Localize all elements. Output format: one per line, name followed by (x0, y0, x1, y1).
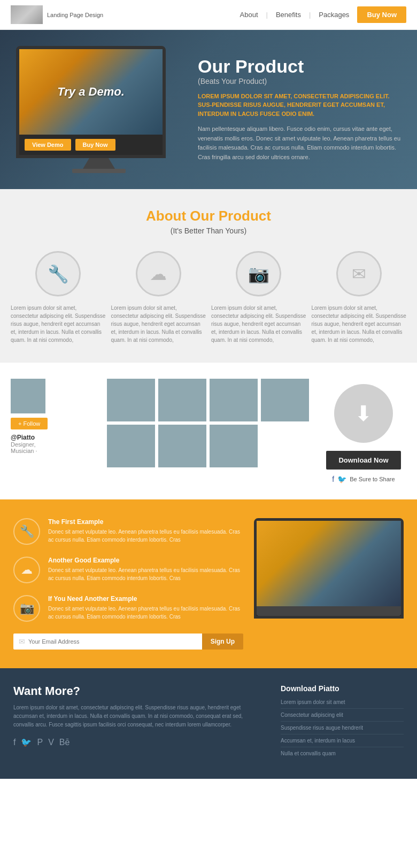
footer-link-4[interactable]: Nulla et convallis quam (281, 750, 404, 760)
footer-pinterest-icon[interactable]: P (37, 738, 43, 747)
benefit-icon-circle-1: ☁ (13, 557, 40, 583)
footer-right: Download Piatto Lorem ipsum dolor sit am… (281, 684, 404, 763)
feature-item-1: ☁ Lorem ipsum dolor sit amet, consectetu… (111, 251, 206, 344)
follow-button[interactable]: + Follow (11, 418, 48, 429)
footer-right-title: Download Piatto (281, 684, 404, 693)
wrench-icon: 🔧 (48, 264, 69, 284)
nav-sep-1: | (266, 11, 268, 19)
share-row: f 🐦 Be Sure to Share (332, 475, 395, 483)
gallery-thumb-4 (261, 379, 309, 421)
benefits-list: 🔧 The First Example Donec sit amet vulpu… (13, 518, 243, 650)
nav-packages[interactable]: Packages (313, 11, 354, 19)
header: Landing Page Design About | Benefits | P… (0, 0, 417, 30)
footer-facebook-icon[interactable]: f (13, 738, 16, 747)
benefit-content-0: The First Example Donec sit amet vulputa… (48, 518, 243, 544)
features-grid: 🔧 Lorem ipsum dolor sit amet, consectetu… (11, 251, 406, 344)
footer-link-3[interactable]: Accumsan et, interdum in lacus (281, 738, 404, 747)
footer-link-0[interactable]: Lorem ipsum dolor sit amet (281, 699, 404, 709)
share-text: Be Sure to Share (350, 476, 395, 482)
footer-body: Lorem ipsum dolor sit amet, consectetur … (13, 703, 265, 729)
footer-social-icons: f 🐦 P V Bē (13, 737, 265, 747)
about-subtitle: (It's Better Than Yours) (11, 226, 406, 235)
feature-text-0: Lorem ipsum dolor sit amet, consectetur … (11, 304, 106, 344)
gallery-thumb-1 (107, 379, 155, 421)
feature-item-2: 📷 Lorem ipsum dolor sit amet, consectetu… (211, 251, 306, 344)
logo-text: Landing Page Design (47, 12, 103, 18)
feature-item-3: ✉ Lorem ipsum dolor sit amet, consectetu… (312, 251, 407, 344)
hero-body: Nam pellentesque aliquam libero. Fusce o… (198, 124, 401, 162)
gallery-thumb-5 (107, 425, 155, 467)
footer-vimeo-icon[interactable]: V (48, 738, 54, 747)
feature-icon-circle-1: ☁ (136, 251, 181, 296)
gallery-download-area: ⬇ Download Now f 🐦 Be Sure to Share (321, 379, 406, 483)
cloud-download-circle: ⬇ (334, 384, 393, 443)
signup-button[interactable]: Sign Up (202, 634, 243, 650)
facebook-icon: f (332, 475, 334, 483)
main-nav: About | Benefits | Packages Buy Now (235, 6, 406, 23)
footer-twitter-icon[interactable]: 🐦 (21, 737, 32, 747)
monitor: Try a Demo. View Demo Buy Now (16, 46, 166, 158)
email-icon: ✉ (19, 637, 25, 646)
footer-link-1[interactable]: Consectetur adipiscing elit (281, 712, 404, 722)
gallery-thumb-2 (158, 379, 206, 421)
gallery-row-2 (107, 425, 310, 467)
cloud-download-icon: ⬇ (354, 401, 373, 426)
benefit-body-0: Donec sit amet vulputate leo. Aenean pha… (48, 528, 243, 544)
feature-icon-circle-2: 📷 (236, 251, 281, 296)
nav-benefits[interactable]: Benefits (271, 11, 306, 19)
cloud-icon: ☁ (150, 264, 167, 284)
email-input[interactable] (28, 638, 197, 645)
hero-buy-now-button[interactable]: Buy Now (75, 139, 115, 151)
buy-now-button[interactable]: Buy Now (357, 6, 406, 23)
camera-icon: 📷 (248, 264, 269, 284)
feature-text-2: Lorem ipsum dolor sit amet, consectetur … (211, 304, 306, 344)
benefit-item-2: 📷 If You Need Another Example Donec sit … (13, 595, 243, 622)
laptop-screen (257, 521, 401, 606)
gallery-section: + Follow @Piatto Designer,Musician · ⬇ D… (0, 363, 417, 499)
gallery-grid (107, 379, 310, 483)
monitor-base (72, 169, 126, 173)
benefit-title-1: Another Good Example (48, 557, 243, 564)
download-now-button[interactable]: Download Now (326, 451, 401, 470)
footer-left: Want More? Lorem ipsum dolor sit amet, c… (13, 684, 265, 763)
laptop (254, 518, 404, 619)
benefit-item-0: 🔧 The First Example Donec sit amet vulpu… (13, 518, 243, 545)
hero-section: Try a Demo. View Demo Buy Now Our Produc… (0, 30, 417, 189)
gallery-thumb-7 (210, 425, 258, 467)
nav-about[interactable]: About (235, 11, 264, 19)
gallery-thumb-6 (158, 425, 206, 467)
benefits-section: 🔧 The First Example Donec sit amet vulpu… (0, 499, 417, 668)
footer-link-2[interactable]: Suspendisse risus augue hendrerit (281, 725, 404, 734)
logo-image (11, 5, 43, 24)
gallery-role: Designer,Musician · (11, 441, 96, 454)
hero-subtitle: (Beats Your Product) (198, 77, 401, 85)
laptop-base (257, 606, 401, 616)
benefit-title-2: If You Need Another Example (48, 595, 243, 603)
email-signup-row: ✉ Sign Up (13, 634, 243, 650)
benefits-laptop (254, 518, 404, 619)
email-input-wrap: ✉ (13, 634, 202, 650)
gallery-profile: + Follow @Piatto Designer,Musician · (11, 379, 96, 483)
footer-title: Want More? (13, 684, 265, 698)
feature-icon-circle-0: 🔧 (35, 251, 81, 296)
view-demo-button[interactable]: View Demo (25, 139, 71, 151)
benefit-body-2: Donec sit amet vulputate leo. Aenean pha… (48, 605, 243, 621)
hero-accent: LOREM IPSUM DOLOR SIT AMET, CONSECTETUR … (198, 92, 401, 119)
twitter-icon: 🐦 (337, 475, 346, 483)
feature-text-1: Lorem ipsum dolor sit amet, consectetur … (111, 304, 206, 344)
benefit-content-1: Another Good Example Donec sit amet vulp… (48, 557, 243, 582)
footer: Want More? Lorem ipsum dolor sit amet, c… (0, 668, 417, 779)
benefit-wrench-icon: 🔧 (20, 525, 34, 538)
feature-text-3: Lorem ipsum dolor sit amet, consectetur … (312, 304, 407, 344)
hero-monitor: Try a Demo. View Demo Buy Now (16, 46, 182, 173)
monitor-screen: Try a Demo. (19, 49, 163, 135)
footer-behance-icon[interactable]: Bē (59, 738, 70, 747)
logo-area: Landing Page Design (11, 5, 103, 24)
demo-text: Try a Demo. (57, 85, 125, 99)
gallery-row-1 (107, 379, 310, 421)
avatar (11, 379, 45, 413)
hero-content: Our Product (Beats Your Product) LOREM I… (182, 57, 401, 162)
feature-icon-circle-3: ✉ (336, 251, 382, 296)
benefit-body-1: Donec sit amet vulputate leo. Aenean pha… (48, 566, 243, 582)
nav-sep-2: | (309, 11, 311, 19)
